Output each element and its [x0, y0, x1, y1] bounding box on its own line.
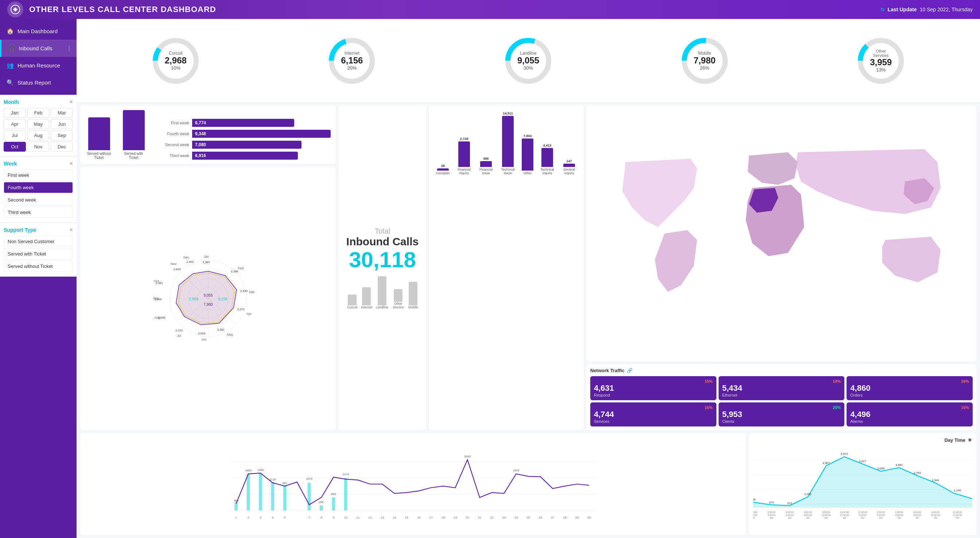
- svg-text:11: 11: [356, 516, 360, 519]
- svg-text:2,646: 2,646: [158, 316, 165, 319]
- month-nov[interactable]: Nov: [27, 142, 49, 152]
- svg-text:2,623: 2,623: [173, 267, 181, 271]
- sidebar-label-hr: Human Resource: [18, 62, 60, 68]
- svg-text:6:00:00: 6:00:00: [786, 514, 794, 516]
- respond-value: 4,631: [594, 384, 713, 393]
- sidebar-item-human-resource[interactable]: 👥 Human Resource: [0, 57, 76, 74]
- svg-text:13: 13: [380, 516, 384, 519]
- month-mar[interactable]: Mar: [51, 108, 73, 118]
- week-first[interactable]: First week: [4, 169, 73, 181]
- svg-text:Feb: Feb: [238, 266, 244, 270]
- respond-label: Respond: [594, 393, 713, 397]
- support-non-served[interactable]: Non Served Customer: [4, 236, 73, 247]
- svg-text:1116: 1116: [269, 478, 275, 481]
- svg-text:7: 7: [309, 516, 310, 519]
- month-may[interactable]: May: [27, 119, 49, 129]
- bar-technical-issue: 14,511 Technical Issue: [498, 111, 517, 175]
- landline-value: 9,055: [517, 56, 539, 65]
- svg-text:18: 18: [441, 516, 445, 519]
- week-second[interactable]: Second week: [4, 194, 73, 205]
- curcuit-label: Curcuit: [165, 51, 187, 56]
- week-filter-icon[interactable]: ✕: [69, 161, 73, 166]
- svg-text:PM: PM: [934, 517, 937, 519]
- svg-text:2:00:00: 2:00:00: [767, 511, 775, 514]
- month-title: Month ✕: [4, 99, 73, 105]
- support-filter-icon[interactable]: ✕: [69, 228, 73, 232]
- svg-text:PM: PM: [879, 517, 883, 519]
- kpi-sub-bars: Curcuit Internet Landline Other Ser: [347, 276, 418, 309]
- ethernet-label: Ethernet: [722, 393, 841, 397]
- kpi-title: Inbound Calls: [346, 236, 418, 248]
- net-card-orders: 16% 4,860 Orders: [846, 376, 973, 400]
- day-time-label: Day Time: [944, 438, 966, 443]
- sidebar-item-inbound-calls[interactable]: 🎧 Inbound Calls |: [0, 40, 76, 57]
- svg-text:460: 460: [234, 499, 239, 502]
- bar-other-label: Other: [520, 171, 535, 175]
- svg-text:6,156: 6,156: [218, 297, 227, 301]
- month-feb[interactable]: Feb: [27, 108, 49, 118]
- svg-text:May: May: [227, 333, 233, 336]
- svg-text:12:00:00: 12:00:00: [953, 514, 962, 516]
- bottom-charts-row: 460 1465 1493 1116 961 1073 206 653 1274…: [80, 433, 976, 535]
- respond-pct: 15%: [594, 379, 713, 384]
- svg-text:961: 961: [283, 482, 287, 485]
- svg-text:10:00:00: 10:00:00: [953, 511, 962, 514]
- week-label: Week: [4, 161, 17, 167]
- svg-text:22: 22: [490, 516, 494, 519]
- month-apr[interactable]: Apr: [4, 119, 26, 129]
- week-fourth[interactable]: Fourth week: [4, 182, 73, 193]
- clients-label: Clients: [722, 419, 841, 423]
- svg-text:Jan: Jan: [204, 255, 209, 258]
- svg-text:4: 4: [272, 516, 274, 519]
- month-sep[interactable]: Sep: [51, 131, 73, 140]
- sidebar: 🏠 Main Dashboard 🎧 Inbound Calls | 👥 Hum…: [0, 19, 76, 538]
- bar-fis-label: Financial Issue: [477, 168, 495, 175]
- svg-text:1,201: 1,201: [804, 492, 812, 496]
- month-filter-icon[interactable]: ✕: [69, 100, 73, 105]
- orders-pct: 16%: [850, 379, 969, 384]
- svg-text:3: 3: [259, 516, 261, 519]
- alarms-value: 4,496: [850, 410, 969, 419]
- week-bars-section: First week 6,774 Fourth week 9,348: [154, 119, 331, 160]
- month-filter: Month ✕ Jan Feb Mar Apr May Jun Jul Aug …: [0, 95, 76, 156]
- support-label: Support Type: [4, 227, 36, 233]
- week-bar-first: 6,774: [192, 119, 294, 127]
- month-oct[interactable]: Oct: [4, 142, 26, 152]
- support-without-ticket[interactable]: Served without Ticket: [4, 261, 73, 272]
- sidebar-item-main-dashboard[interactable]: 🏠 Main Dashboard: [0, 22, 76, 40]
- svg-text:PM: PM: [956, 517, 959, 519]
- month-jan[interactable]: Jan: [4, 108, 26, 118]
- svg-text:3,050: 3,050: [877, 467, 885, 470]
- curcuit-value: 2,968: [165, 56, 187, 65]
- svg-text:206: 206: [319, 500, 324, 504]
- svg-text:PM: PM: [861, 517, 864, 519]
- svg-text:2,430: 2,430: [240, 290, 248, 293]
- svg-text:1,944: 1,944: [932, 479, 940, 482]
- other-value: 3,959: [868, 57, 894, 67]
- support-list: Non Served Customer Served with Ticket S…: [4, 236, 73, 272]
- support-with-ticket[interactable]: Served with Ticket: [4, 248, 73, 259]
- svg-text:2:00:00: 2:00:00: [753, 514, 757, 516]
- svg-text:AM: AM: [824, 517, 828, 519]
- week-third[interactable]: Third week: [4, 207, 73, 218]
- week-label-second: Second week: [158, 143, 189, 147]
- svg-rect-62: [320, 506, 323, 510]
- sidebar-item-status-report[interactable]: 🔍 Status Report: [0, 74, 76, 91]
- month-aug[interactable]: Aug: [27, 131, 49, 140]
- refresh-icon[interactable]: ↻: [880, 6, 885, 13]
- headphone-icon: 🎧: [8, 45, 15, 52]
- svg-text:10:00:00: 10:00:00: [931, 514, 940, 516]
- bar-fi-label: Financial inquiry: [455, 168, 474, 175]
- svg-text:Dec: Dec: [183, 256, 189, 259]
- month-jul[interactable]: Jul: [4, 131, 26, 140]
- svg-text:2,618: 2,618: [197, 332, 205, 335]
- svg-text:1: 1: [235, 516, 237, 519]
- svg-text:1465: 1465: [245, 469, 251, 472]
- donut-landline: Landline 9,055 30%: [503, 35, 554, 86]
- month-jun[interactable]: Jun: [51, 119, 73, 129]
- svg-text:2,444: 2,444: [186, 260, 194, 264]
- kpi-total-label: Total: [375, 227, 390, 236]
- svg-text:27: 27: [551, 516, 555, 519]
- month-dec[interactable]: Dec: [51, 142, 73, 152]
- svg-text:653: 653: [331, 492, 336, 496]
